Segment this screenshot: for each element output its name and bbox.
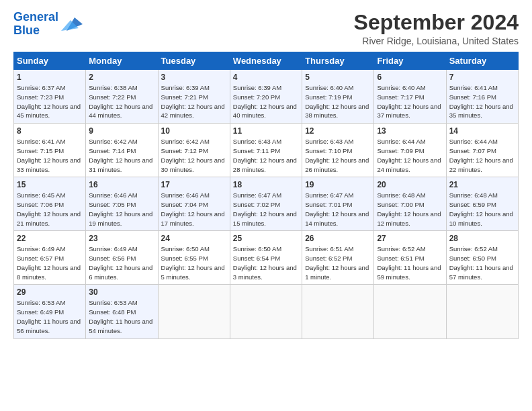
calendar-cell: 24 Sunrise: 6:50 AM Sunset: 6:55 PM Dayl…: [158, 231, 230, 285]
calendar-title: September 2024: [354, 11, 519, 34]
sunrise-text: Sunrise: 6:49 AM: [17, 245, 65, 253]
daylight-text: Daylight: 12 hours and 15 minutes.: [233, 210, 297, 227]
daylight-text: Daylight: 11 hours and 57 minutes.: [449, 264, 513, 281]
sunset-text: Sunset: 7:10 PM: [305, 147, 352, 154]
day-number: 16: [89, 180, 154, 189]
calendar-cell: 30 Sunrise: 6:53 AM Sunset: 6:48 PM Dayl…: [86, 285, 158, 338]
day-info: Sunrise: 6:41 AM Sunset: 7:15 PM Dayligh…: [17, 137, 83, 174]
header-tuesday: Tuesday: [158, 52, 230, 70]
sunset-text: Sunset: 7:05 PM: [89, 201, 136, 208]
day-number: 10: [161, 126, 227, 136]
day-info: Sunrise: 6:44 AM Sunset: 7:09 PM Dayligh…: [377, 137, 443, 174]
calendar-cell: 17 Sunrise: 6:46 AM Sunset: 7:04 PM Dayl…: [158, 177, 230, 231]
sunset-text: Sunset: 7:12 PM: [161, 147, 208, 154]
day-info: Sunrise: 6:44 AM Sunset: 7:07 PM Dayligh…: [449, 137, 515, 174]
calendar-cell: [158, 285, 230, 338]
sunrise-text: Sunrise: 6:50 AM: [233, 245, 281, 253]
sunset-text: Sunset: 7:17 PM: [377, 93, 424, 101]
day-number: 30: [89, 287, 154, 297]
day-number: 20: [377, 180, 443, 189]
day-number: 17: [161, 180, 227, 189]
day-number: 28: [449, 234, 515, 243]
calendar-cell: 1 Sunrise: 6:37 AM Sunset: 7:23 PM Dayli…: [14, 70, 86, 124]
day-number: 19: [305, 180, 371, 189]
day-info: Sunrise: 6:49 AM Sunset: 6:56 PM Dayligh…: [89, 244, 154, 281]
calendar-cell: [446, 285, 518, 338]
sunrise-text: Sunrise: 6:45 AM: [17, 191, 65, 199]
week-row-4: 29 Sunrise: 6:53 AM Sunset: 6:49 PM Dayl…: [14, 285, 519, 338]
day-info: Sunrise: 6:48 AM Sunset: 6:59 PM Dayligh…: [449, 191, 515, 228]
daylight-text: Daylight: 12 hours and 37 minutes.: [377, 103, 441, 120]
sunset-text: Sunset: 7:00 PM: [377, 201, 424, 208]
sunset-text: Sunset: 6:52 PM: [305, 255, 352, 262]
sunrise-text: Sunrise: 6:41 AM: [17, 138, 65, 145]
day-info: Sunrise: 6:39 AM Sunset: 7:20 PM Dayligh…: [233, 83, 299, 120]
daylight-text: Daylight: 12 hours and 45 minutes.: [17, 103, 81, 120]
day-info: Sunrise: 6:53 AM Sunset: 6:48 PM Dayligh…: [89, 298, 154, 335]
sunrise-text: Sunrise: 6:44 AM: [377, 138, 425, 145]
day-number: 9: [89, 126, 154, 136]
day-info: Sunrise: 6:49 AM Sunset: 6:57 PM Dayligh…: [17, 244, 83, 281]
day-number: 1: [17, 73, 83, 82]
sunrise-text: Sunrise: 6:47 AM: [233, 191, 281, 199]
sunset-text: Sunset: 7:21 PM: [161, 93, 208, 101]
sunrise-text: Sunrise: 6:53 AM: [89, 299, 137, 306]
title-block: September 2024 River Ridge, Louisiana, U…: [354, 11, 519, 46]
day-number: 2: [89, 73, 154, 82]
day-number: 6: [377, 73, 443, 82]
day-info: Sunrise: 6:50 AM Sunset: 6:54 PM Dayligh…: [233, 244, 299, 281]
day-number: 3: [161, 73, 227, 82]
day-number: 25: [233, 234, 299, 243]
daylight-text: Daylight: 12 hours and 24 minutes.: [377, 156, 441, 173]
calendar-cell: 3 Sunrise: 6:39 AM Sunset: 7:21 PM Dayli…: [158, 70, 230, 124]
daylight-text: Daylight: 12 hours and 42 minutes.: [161, 103, 225, 120]
calendar-cell: 27 Sunrise: 6:52 AM Sunset: 6:51 PM Dayl…: [374, 231, 446, 285]
sunset-text: Sunset: 6:59 PM: [449, 201, 496, 208]
sunset-text: Sunset: 7:04 PM: [161, 201, 208, 208]
header-row: General Blue September 2024 River Ridge,…: [13, 11, 519, 46]
sunrise-text: Sunrise: 6:46 AM: [89, 191, 137, 199]
week-row-3: 22 Sunrise: 6:49 AM Sunset: 6:57 PM Dayl…: [14, 231, 519, 285]
day-number: 24: [161, 234, 227, 243]
day-number: 29: [17, 287, 83, 297]
sunset-text: Sunset: 7:15 PM: [17, 147, 64, 154]
sunset-text: Sunset: 7:06 PM: [17, 201, 64, 208]
sunrise-text: Sunrise: 6:49 AM: [89, 245, 137, 253]
sunrise-text: Sunrise: 6:39 AM: [161, 84, 210, 91]
day-number: 11: [233, 126, 299, 136]
day-number: 7: [449, 73, 515, 82]
sunrise-text: Sunrise: 6:44 AM: [449, 138, 498, 145]
calendar-table: Sunday Monday Tuesday Wednesday Thursday…: [13, 52, 519, 338]
sunset-text: Sunset: 7:01 PM: [305, 201, 352, 208]
daylight-text: Daylight: 12 hours and 30 minutes.: [161, 156, 225, 173]
sunset-text: Sunset: 7:19 PM: [305, 93, 352, 101]
calendar-subtitle: River Ridge, Louisiana, United States: [354, 36, 519, 46]
daylight-text: Daylight: 12 hours and 26 minutes.: [305, 156, 369, 173]
calendar-cell: [230, 285, 302, 338]
day-info: Sunrise: 6:50 AM Sunset: 6:55 PM Dayligh…: [161, 244, 227, 281]
day-number: 26: [305, 234, 371, 243]
logo-line1: General: [13, 10, 58, 24]
day-info: Sunrise: 6:37 AM Sunset: 7:23 PM Dayligh…: [17, 83, 83, 120]
sunset-text: Sunset: 6:48 PM: [89, 308, 136, 316]
day-number: 4: [233, 73, 299, 82]
daylight-text: Daylight: 12 hours and 21 minutes.: [17, 210, 81, 227]
calendar-cell: 12 Sunrise: 6:43 AM Sunset: 7:10 PM Dayl…: [302, 124, 374, 177]
day-number: 14: [449, 126, 515, 136]
daylight-text: Daylight: 11 hours and 54 minutes.: [89, 318, 152, 334]
sunrise-text: Sunrise: 6:48 AM: [449, 191, 498, 199]
sunrise-text: Sunrise: 6:38 AM: [89, 84, 137, 91]
day-info: Sunrise: 6:41 AM Sunset: 7:16 PM Dayligh…: [449, 83, 515, 120]
daylight-text: Daylight: 12 hours and 22 minutes.: [449, 156, 513, 173]
sunset-text: Sunset: 7:22 PM: [89, 93, 136, 101]
calendar-cell: [374, 285, 446, 338]
daylight-text: Daylight: 12 hours and 5 minutes.: [161, 264, 225, 281]
sunset-text: Sunset: 7:20 PM: [233, 93, 280, 101]
day-number: 12: [305, 126, 371, 136]
calendar-cell: 7 Sunrise: 6:41 AM Sunset: 7:16 PM Dayli…: [446, 70, 518, 124]
day-number: 15: [17, 180, 83, 189]
sunrise-text: Sunrise: 6:52 AM: [377, 245, 425, 253]
sunset-text: Sunset: 7:11 PM: [233, 147, 280, 154]
daylight-text: Daylight: 12 hours and 6 minutes.: [89, 264, 152, 281]
daylight-text: Daylight: 12 hours and 19 minutes.: [89, 210, 152, 227]
